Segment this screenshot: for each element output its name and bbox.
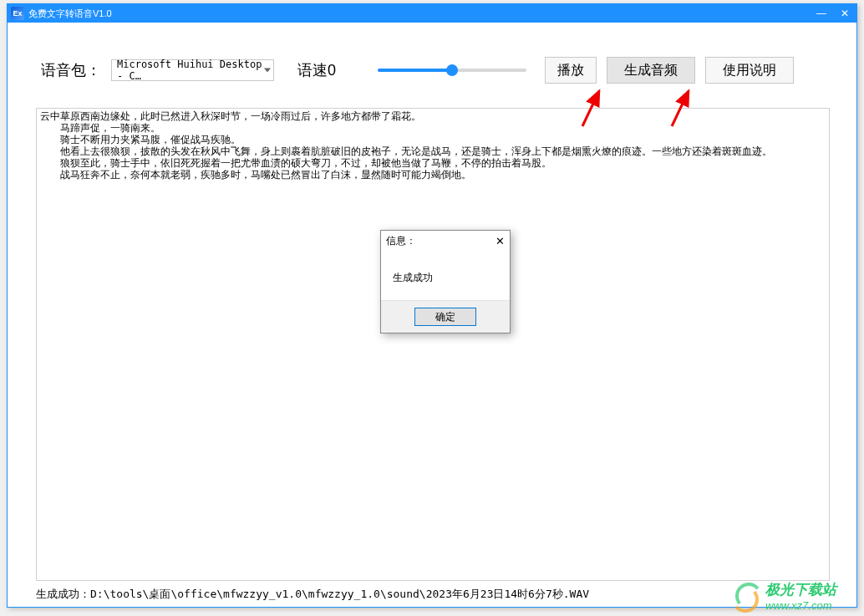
help-button-label: 使用说明 xyxy=(723,62,776,79)
close-button[interactable]: ✕ xyxy=(833,4,856,23)
close-icon: ✕ xyxy=(841,8,849,19)
slider-fill xyxy=(378,69,452,72)
dialog-ok-button[interactable]: 确定 xyxy=(414,308,476,326)
slider-thumb[interactable] xyxy=(446,64,458,76)
dialog-close-button[interactable]: ✕ xyxy=(496,235,505,247)
dialog-ok-label: 确定 xyxy=(435,310,455,324)
help-button[interactable]: 使用说明 xyxy=(705,57,794,84)
generate-button-label: 生成音频 xyxy=(624,62,678,79)
app-window: Ex 免费文字转语音V1.0 — ✕ 语音包： Microsoft Huihui… xyxy=(7,3,857,608)
dialog-footer: 确定 xyxy=(381,300,510,333)
toolbar: 语音包： Microsoft Huihui Desktop - C… 语速0 播… xyxy=(8,49,856,91)
play-button-label: 播放 xyxy=(557,62,584,79)
generate-audio-button[interactable]: 生成音频 xyxy=(607,57,695,84)
app-icon: Ex xyxy=(11,7,24,20)
dialog-title-text: 信息： xyxy=(386,234,416,248)
voice-label: 语音包： xyxy=(41,60,101,80)
minimize-button[interactable]: — xyxy=(810,4,833,23)
status-text: 生成成功：D:\tools\桌面\office\mfwzzyy_v1.0\mfw… xyxy=(36,587,589,602)
text-input[interactable]: 云中草原西南边缘处，此时已然进入秋深时节，一场冷雨过后，许多地方都带了霜花。 马… xyxy=(36,108,830,581)
speed-slider[interactable] xyxy=(378,62,526,79)
info-dialog: 信息： ✕ 生成成功 确定 xyxy=(380,230,511,333)
minimize-icon: — xyxy=(816,8,826,19)
window-title: 免费文字转语音V1.0 xyxy=(28,8,112,20)
titlebar: Ex 免费文字转语音V1.0 — ✕ xyxy=(8,4,856,23)
speed-label: 语速0 xyxy=(297,60,336,80)
dialog-titlebar: 信息： ✕ xyxy=(381,231,510,251)
slider-track xyxy=(378,69,526,72)
chevron-down-icon xyxy=(264,69,271,73)
voice-select[interactable]: Microsoft Huihui Desktop - C… xyxy=(111,59,274,81)
play-button[interactable]: 播放 xyxy=(545,57,597,84)
voice-select-value: Microsoft Huihui Desktop - C… xyxy=(117,59,270,82)
dialog-message: 生成成功 xyxy=(381,251,510,300)
